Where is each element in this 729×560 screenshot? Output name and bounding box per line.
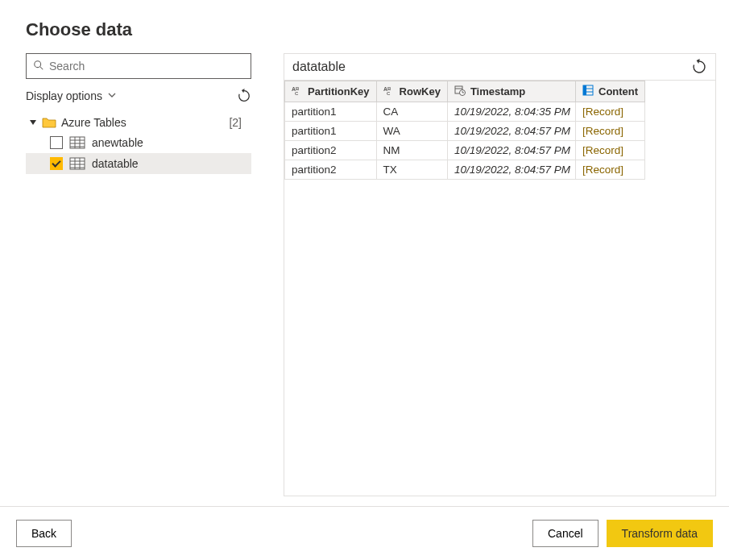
record-link[interactable]: [Record] <box>576 160 645 180</box>
preview-table-scroll[interactable]: ABC PartitionKey ABC RowKey <box>284 80 715 496</box>
table-row[interactable]: partition2 TX 10/19/2022, 8:04:57 PM [Re… <box>285 160 645 180</box>
svg-text:C: C <box>295 91 299 96</box>
object-tree: Azure Tables [2] anewtable datatable <box>26 113 251 174</box>
table-row[interactable]: partition1 WA 10/19/2022, 8:04:57 PM [Re… <box>285 122 645 141</box>
tree-group-label: Azure Tables <box>61 116 126 129</box>
search-icon <box>33 60 44 73</box>
table-row[interactable]: partition2 NM 10/19/2022, 8:04:57 PM [Re… <box>285 141 645 160</box>
record-link[interactable]: [Record] <box>576 122 645 141</box>
preview-header: datatable <box>284 54 715 80</box>
svg-rect-26 <box>583 85 586 95</box>
preview-table-body: partition1 CA 10/19/2022, 8:04:35 PM [Re… <box>285 102 645 180</box>
table-icon <box>69 136 85 149</box>
preview-panel: datatable ABC PartitionKey <box>284 53 716 496</box>
transform-data-button[interactable]: Transform data <box>607 520 713 547</box>
svg-point-0 <box>35 60 41 67</box>
tree-group-azure-tables[interactable]: Azure Tables [2] <box>26 113 251 132</box>
record-link[interactable]: [Record] <box>576 102 645 122</box>
col-header-partitionkey[interactable]: ABC PartitionKey <box>285 81 377 102</box>
main-area: Display options Azure Tables [2] <box>0 53 729 496</box>
preview-title: datatable <box>292 60 346 74</box>
text-type-icon: ABC <box>383 85 395 98</box>
col-header-rowkey[interactable]: ABC RowKey <box>376 81 447 102</box>
tree-item-anewtable[interactable]: anewtable <box>26 132 251 153</box>
refresh-preview-button[interactable] <box>691 59 707 75</box>
search-input[interactable] <box>49 60 244 73</box>
search-box[interactable] <box>26 53 251 79</box>
tree-group-count: [2] <box>229 116 248 129</box>
checkbox-checked[interactable] <box>50 157 63 170</box>
chevron-down-icon <box>107 89 117 102</box>
table-row[interactable]: partition1 CA 10/19/2022, 8:04:35 PM [Re… <box>285 102 645 122</box>
collapse-triangle-icon <box>29 116 37 129</box>
svg-text:C: C <box>387 91 391 96</box>
display-options-dropdown[interactable]: Display options <box>26 89 117 102</box>
table-icon <box>69 157 85 170</box>
svg-line-1 <box>40 66 43 69</box>
checkbox-unchecked[interactable] <box>50 136 63 149</box>
tree-item-datatable[interactable]: datatable <box>26 153 251 174</box>
tree-item-label: datatable <box>92 157 139 170</box>
record-type-icon <box>582 85 594 98</box>
back-button[interactable]: Back <box>16 520 72 547</box>
dialog-footer: Back Cancel Transform data <box>0 506 729 560</box>
refresh-navigator-button[interactable] <box>237 89 251 103</box>
preview-table: ABC PartitionKey ABC RowKey <box>284 81 645 180</box>
page-title: Choose data <box>26 19 703 40</box>
cancel-button[interactable]: Cancel <box>532 520 599 547</box>
navigator-panel: Display options Azure Tables [2] <box>26 53 251 496</box>
record-link[interactable]: [Record] <box>576 141 645 160</box>
col-header-timestamp[interactable]: Timestamp <box>447 81 575 102</box>
datetime-type-icon <box>454 85 466 98</box>
col-header-content[interactable]: Content <box>576 81 645 102</box>
tree-item-label: anewtable <box>92 136 143 149</box>
display-options-label: Display options <box>26 89 102 102</box>
dialog-header: Choose data <box>0 0 729 53</box>
display-options-row: Display options <box>26 87 251 105</box>
text-type-icon: ABC <box>292 85 303 98</box>
folder-icon <box>42 116 56 129</box>
